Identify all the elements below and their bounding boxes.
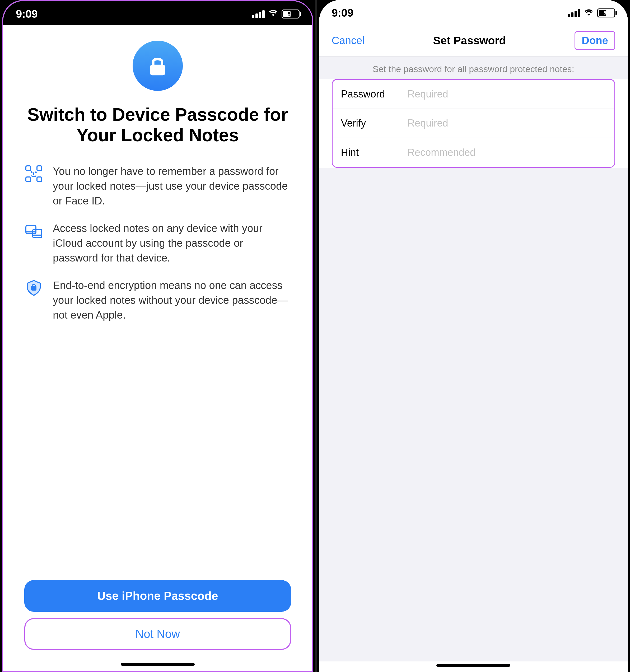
svg-rect-4 (37, 177, 42, 182)
right-time: 9:09 (332, 7, 354, 19)
subtitle-bar: Set the password for all password protec… (319, 56, 628, 79)
done-button[interactable]: Done (575, 31, 615, 50)
feature-item-shield: End-to-end encryption means no one can a… (24, 278, 291, 322)
not-now-button[interactable]: Not Now (24, 618, 291, 650)
signal-icon (252, 10, 265, 18)
face-id-icon (24, 165, 43, 183)
svg-rect-3 (26, 177, 31, 182)
right-wifi-icon (584, 8, 593, 18)
right-status-bar: 9:09 51 (319, 0, 628, 24)
right-signal-icon (568, 9, 580, 17)
password-input[interactable]: Required (399, 89, 606, 100)
right-status-icons: 51 (568, 8, 615, 18)
left-status-bar: 9:09 51 (3, 1, 312, 25)
right-phone: 9:09 51 Cancel Set Password Done Se (319, 0, 628, 672)
verify-label: Verify (341, 118, 399, 129)
password-label: Password (341, 89, 399, 100)
password-form: Password Required Verify Required Hint R… (332, 79, 615, 168)
svg-point-7 (35, 171, 37, 173)
nav-bar: Cancel Set Password Done (319, 24, 628, 56)
verify-row[interactable]: Verify Required (333, 109, 615, 138)
hint-input[interactable]: Recommended (399, 147, 606, 158)
svg-rect-14 (32, 286, 36, 290)
left-phone: 9:09 51 (2, 0, 313, 672)
feature-item-faceid: You no longer have to remember a passwor… (24, 164, 291, 208)
lock-icon-circle (132, 41, 183, 91)
bottom-buttons: Use iPhone Passcode Not Now (24, 580, 291, 661)
wifi-icon (268, 9, 278, 19)
cancel-button[interactable]: Cancel (332, 34, 365, 47)
main-title: Switch to Device Passcode for Your Locke… (24, 104, 291, 145)
lock-icon (145, 53, 170, 78)
verify-input[interactable]: Required (399, 118, 606, 129)
svg-point-6 (31, 171, 32, 173)
left-status-icons: 51 (252, 9, 299, 19)
svg-rect-2 (37, 166, 42, 171)
home-indicator-left (121, 663, 195, 666)
feature-item-devices: Access locked notes on any device with y… (24, 221, 291, 265)
right-screen-background (319, 168, 628, 662)
shield-icon (24, 279, 43, 297)
right-battery-icon: 51 (597, 8, 615, 18)
battery-icon: 51 (282, 9, 299, 19)
devices-icon (24, 222, 43, 240)
svg-rect-0 (150, 65, 165, 75)
feature-text-devices: Access locked notes on any device with y… (53, 221, 291, 265)
feature-text-shield: End-to-end encryption means no one can a… (53, 278, 291, 322)
nav-title: Set Password (433, 34, 506, 47)
svg-rect-1 (26, 166, 31, 171)
subtitle-text: Set the password for all password protec… (332, 64, 615, 74)
left-screen-content: Switch to Device Passcode for Your Locke… (3, 25, 312, 661)
screen-divider (315, 0, 317, 672)
home-indicator-right (436, 664, 510, 667)
password-row[interactable]: Password Required (333, 80, 615, 109)
feature-text-faceid: You no longer have to remember a passwor… (53, 164, 291, 208)
hint-label: Hint (341, 147, 399, 158)
hint-row[interactable]: Hint Recommended (333, 138, 615, 167)
features-list: You no longer have to remember a passwor… (24, 164, 291, 322)
left-time: 9:09 (16, 8, 38, 20)
use-iphone-passcode-button[interactable]: Use iPhone Passcode (24, 580, 291, 612)
